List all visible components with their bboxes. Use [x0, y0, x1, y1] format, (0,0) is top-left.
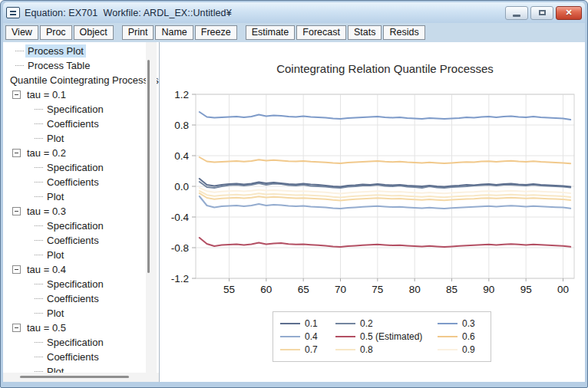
- legend-item-tau-0.6: 0.6: [438, 331, 484, 342]
- tree-connector: [35, 225, 43, 226]
- main-area: Process PlotProcess TableQuantile Cointe…: [3, 42, 585, 382]
- tree-item-tau-0.3-plot[interactable]: Plot: [3, 248, 159, 262]
- eviews-equation-window: Equation: EX701 Workfile: ARDL_EX::Untit…: [0, 0, 588, 388]
- legend-label: 0.7: [305, 344, 318, 355]
- legend-label: 0.1: [305, 318, 318, 329]
- x-tick-label: 70: [335, 284, 346, 295]
- tree-item-tau-0.4-specification[interactable]: Specification: [3, 277, 159, 291]
- tree-item-tau-0.1-coefficients[interactable]: Coefficients: [3, 117, 159, 131]
- collapse-icon[interactable]: [12, 324, 21, 332]
- x-tick-label: 85: [446, 284, 458, 295]
- tree-item-tau-0.4[interactable]: tau = 0.4: [3, 262, 159, 277]
- proc-button[interactable]: Proc: [40, 25, 72, 40]
- tree-item-quantile-cointegrating-processes[interactable]: Quantile Cointegrating Processes: [3, 73, 159, 87]
- legend-item-tau-0.7: 0.7: [280, 344, 335, 355]
- tree-item-process-plot-label: Process Plot: [25, 44, 86, 58]
- tree-item-tau-0.5-specification[interactable]: Specification: [3, 335, 159, 350]
- y-tick-label: -0.8: [171, 242, 189, 254]
- tree-item-process-table-label: Process Table: [25, 59, 92, 72]
- tree-connector: [35, 196, 43, 197]
- tree-vertical-scrollbar-thumb[interactable]: [147, 60, 150, 273]
- tree-connector: [35, 167, 43, 168]
- tree-connector: [35, 371, 43, 372]
- tree-connector: [35, 342, 43, 343]
- x-tick-label: 90: [483, 284, 494, 295]
- legend-label: 0.3: [462, 318, 475, 329]
- close-button[interactable]: ✕: [556, 6, 582, 20]
- tree-connector: [35, 313, 43, 314]
- x-tick-label: 80: [409, 284, 421, 295]
- x-tick-label: 60: [260, 284, 272, 295]
- tree-item-tau-0.1[interactable]: tau = 0.1: [3, 87, 159, 102]
- estimate-button[interactable]: Estimate: [246, 25, 296, 40]
- tree-connector: [35, 240, 43, 241]
- x-tick-label: 65: [298, 284, 309, 295]
- stats-button[interactable]: Stats: [348, 25, 382, 40]
- object-button[interactable]: Object: [74, 25, 114, 40]
- legend-label: 0.2: [360, 318, 373, 329]
- legend-swatch: [438, 336, 458, 337]
- tree-item-process-table[interactable]: Process Table: [3, 58, 159, 73]
- tree-item-tau-0.2-specification[interactable]: Specification: [3, 160, 159, 175]
- close-icon: ✕: [565, 8, 572, 17]
- legend-label: 0.9: [462, 344, 475, 355]
- name-button[interactable]: Name: [155, 25, 193, 40]
- tree-item-tau-0.2-plot[interactable]: Plot: [3, 189, 159, 204]
- tree-item-tau-0.5-specification-label: Specification: [45, 336, 106, 349]
- tree-item-tau-0.3[interactable]: tau = 0.3: [3, 204, 159, 219]
- results-tree-panel: Process PlotProcess TableQuantile Cointe…: [3, 42, 160, 382]
- chart-panel: Cointegrating Relation Quantile Processe…: [160, 42, 584, 382]
- y-tick-label: 0.0: [174, 181, 189, 192]
- tree-item-tau-0.3-coefficients[interactable]: Coefficients: [3, 233, 159, 248]
- tree-item-quantile-cointegrating-processes-label: Quantile Cointegrating Processes: [8, 74, 160, 87]
- tree-item-tau-0.2[interactable]: tau = 0.2: [3, 146, 159, 160]
- tree-horizontal-scrollbar[interactable]: [3, 373, 159, 382]
- tree-item-tau-0.2-specification-label: Specification: [45, 161, 106, 174]
- tree-connector: [15, 65, 24, 66]
- collapse-icon[interactable]: [12, 149, 21, 157]
- legend-swatch: [280, 349, 300, 350]
- tree-vertical-scrollbar[interactable]: [146, 42, 157, 373]
- legend-item-tau-0.3: 0.3: [438, 318, 484, 329]
- freeze-button[interactable]: Freeze: [195, 25, 237, 40]
- maximize-button[interactable]: [530, 6, 553, 20]
- legend-swatch: [438, 323, 458, 324]
- y-tick-label: 0.8: [174, 120, 189, 131]
- chart-legend: 0.10.20.30.40.5 (Estimated)0.60.70.80.9: [273, 311, 491, 362]
- forecast-button[interactable]: Forecast: [296, 25, 346, 40]
- tree-item-tau-0.2-coefficients[interactable]: Coefficients: [3, 175, 159, 189]
- collapse-icon[interactable]: [12, 265, 21, 274]
- tree-item-tau-0.4-coefficients[interactable]: Coefficients: [3, 291, 159, 306]
- window-title: Equation: EX701 Workfile: ARDL_EX::Untit…: [25, 8, 232, 18]
- tree-item-tau-0.4-plot[interactable]: Plot: [3, 306, 159, 321]
- collapse-icon[interactable]: [12, 207, 21, 215]
- tree-item-tau-0.1-coefficients-label: Coefficients: [45, 117, 101, 130]
- tree-connector: [35, 109, 43, 110]
- x-tick-label: 55: [223, 284, 235, 295]
- resids-button[interactable]: Resids: [383, 25, 424, 40]
- collapse-icon[interactable]: [12, 90, 21, 99]
- tree-item-tau-0.3-specification-label: Specification: [45, 219, 106, 232]
- tree-item-tau-0.5[interactable]: tau = 0.5: [3, 321, 159, 335]
- title-bar: Equation: EX701 Workfile: ARDL_EX::Untit…: [3, 2, 585, 23]
- minimize-button[interactable]: [505, 6, 528, 20]
- print-button[interactable]: Print: [122, 25, 154, 40]
- y-tick-label: 0.4: [174, 150, 189, 162]
- tree-item-process-plot[interactable]: Process Plot: [3, 44, 159, 58]
- tree-item-tau-0.1-specification[interactable]: Specification: [3, 102, 159, 117]
- tree-connector: [15, 51, 24, 51]
- tree-item-tau-0.4-specification-label: Specification: [45, 278, 106, 291]
- tree-connector: [35, 284, 43, 284]
- tree-item-tau-0.1-plot[interactable]: Plot: [3, 131, 159, 146]
- x-tick-label: 95: [520, 284, 532, 295]
- tree-item-tau-0.3-specification[interactable]: Specification: [3, 219, 159, 233]
- window-controls: ✕: [503, 6, 582, 20]
- series-line-tau-0.3: [200, 112, 570, 120]
- tree-item-tau-0.4-coefficients-label: Coefficients: [45, 292, 101, 305]
- tree-item-tau-0.5-coefficients[interactable]: Coefficients: [3, 350, 159, 364]
- tree-horizontal-scrollbar-thumb[interactable]: [20, 376, 129, 378]
- chart-title: Cointegrating Relation Quantile Processe…: [196, 62, 574, 75]
- toolbar: ViewProcObjectPrintNameFreezeEstimateFor…: [3, 23, 585, 42]
- view-button[interactable]: View: [5, 25, 38, 40]
- legend-item-tau-0.5-estimated: 0.5 (Estimated): [335, 331, 438, 342]
